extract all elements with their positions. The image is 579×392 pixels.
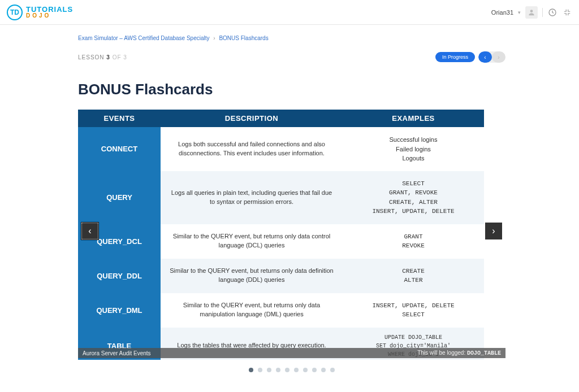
breadcrumb: Exam Simulator – AWS Certified Database … <box>78 35 505 41</box>
brand-logo[interactable]: TD TUTORIALS DOJO <box>7 5 73 20</box>
lesson-indicator: LESSON 3 OF 3 <box>78 54 127 60</box>
slide-dot[interactable] <box>330 368 335 372</box>
event-description: Similar to the QUERY event, but returns … <box>161 259 343 293</box>
slide-dots <box>78 368 505 372</box>
slide-dot[interactable] <box>312 368 317 372</box>
event-examples: SELECTGRANT, REVOKECREATE, ALTERINSERT, … <box>343 171 484 224</box>
next-lesson-button: › <box>492 51 505 63</box>
prev-lesson-button[interactable]: ‹ <box>478 51 492 63</box>
event-examples: GRANTREVOKE <box>343 224 484 259</box>
event-name: QUERY_DDL <box>78 259 161 293</box>
event-description: Similar to the QUERY event, but returns … <box>161 293 343 328</box>
event-name: QUERY_DML <box>78 293 161 328</box>
event-examples: Successful loginsFailed loginsLogouts <box>343 127 484 171</box>
logo-badge: TD <box>7 5 23 20</box>
page-title: BONUS Flashcards <box>78 81 505 98</box>
event-description: Similar to the QUERY event, but returns … <box>161 224 343 259</box>
slide-prev-button[interactable]: ‹ <box>81 223 98 239</box>
compress-icon[interactable] <box>562 7 572 18</box>
slide-dot[interactable] <box>276 368 280 372</box>
breadcrumb-link-1[interactable]: Exam Simulator – AWS Certified Database … <box>78 35 210 41</box>
caption-text: Aurora Server Audit Events <box>83 350 151 356</box>
logo-bottom: DOJO <box>26 13 73 19</box>
clock-icon[interactable] <box>547 7 558 18</box>
slide-dot[interactable] <box>267 368 271 372</box>
slide-dot[interactable] <box>258 368 262 372</box>
event-name: QUERY <box>78 171 161 224</box>
status-pill[interactable]: In Progress <box>435 52 475 62</box>
slide-dot[interactable] <box>285 368 290 372</box>
event-description: Logs both successful and failed connecti… <box>161 127 343 171</box>
col-description: DESCRIPTION <box>161 110 343 127</box>
slide-dot[interactable] <box>321 368 326 372</box>
svg-point-0 <box>530 10 533 12</box>
col-examples: EXAMPLES <box>343 110 484 127</box>
event-examples: INSERT, UPDATE, DELETESELECT <box>343 293 484 328</box>
slide-dot[interactable] <box>294 368 299 372</box>
event-examples: CREATEALTER <box>343 259 484 293</box>
flashcard-slide: EVENTS DESCRIPTION EXAMPLES CONNECTLogs … <box>78 110 505 360</box>
chevron-down-icon[interactable]: ▾ <box>518 10 521 15</box>
breadcrumb-sep: › <box>213 35 215 41</box>
col-events: EVENTS <box>78 110 161 127</box>
audit-events-table: EVENTS DESCRIPTION EXAMPLES CONNECTLogs … <box>78 110 484 360</box>
user-name[interactable]: Orian31 <box>491 9 513 16</box>
slide-dot[interactable] <box>249 368 253 372</box>
slide-dot[interactable] <box>303 368 308 372</box>
breadcrumb-link-2[interactable]: BONUS Flashcards <box>219 35 268 41</box>
avatar[interactable] <box>525 6 538 19</box>
event-name: CONNECT <box>78 127 161 171</box>
event-description: Logs all queries in plain text, includin… <box>161 171 343 224</box>
slide-caption: Aurora Server Audit Events This will be … <box>78 348 505 358</box>
logged-note: This will be logged: DOJO_TABLE <box>417 350 501 356</box>
slide-next-button[interactable]: › <box>485 223 502 239</box>
divider <box>542 8 543 17</box>
